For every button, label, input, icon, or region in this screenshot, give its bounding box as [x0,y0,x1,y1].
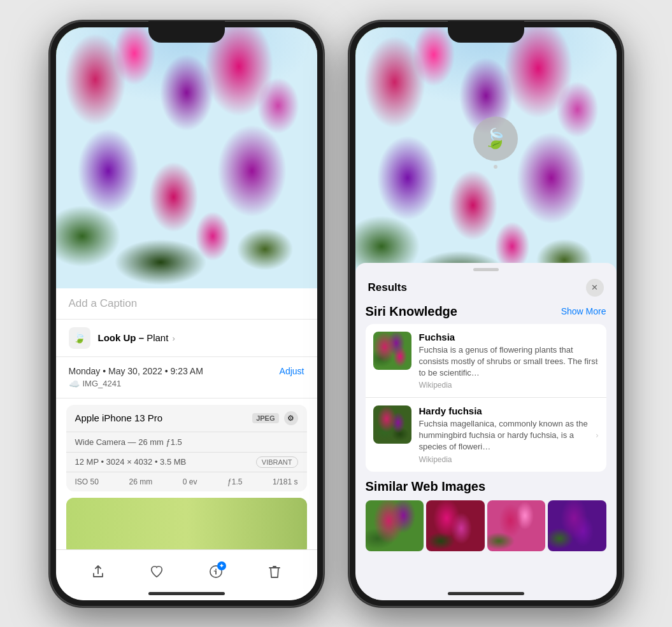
knowledge-item-hardy[interactable]: Hardy fuchsia Fuchsia magellanica, commo… [366,398,606,472]
results-title: Results [368,281,407,294]
lookup-chevron: › [173,334,175,343]
results-panel: Results ✕ Siri Knowledge Show More [355,263,617,600]
close-button[interactable]: ✕ [586,279,604,297]
share-button[interactable] [85,559,111,584]
siri-knowledge-section: Siri Knowledge Show More Fuchsia Fuchsia… [366,304,606,472]
iso-value: ISO 50 [75,477,99,486]
gear-icon: ⚙ [284,411,298,425]
exif-row: ISO 50 26 mm 0 ev ƒ1.5 1/181 s [66,472,307,491]
cloud-icon: ☁️ [69,379,80,389]
similar-img-3[interactable] [487,500,546,551]
hardy-name: Hardy fuchsia [419,405,599,416]
map-visual [66,498,307,555]
info-section: Monday • May 30, 2022 • 9:23 AM Adjust ☁… [56,357,317,398]
siri-overlay: 🍃 [473,116,518,161]
similar-img-1[interactable] [366,500,424,551]
flower-background-2 [355,27,617,301]
show-more-button[interactable]: Show More [561,306,606,316]
adjust-button[interactable]: Adjust [280,366,304,376]
hardy-source: Wikipedia [419,455,599,464]
camera-header: Apple iPhone 13 Pro JPEG ⚙ [66,405,307,432]
camera-name: Apple iPhone 13 Pro [75,412,163,423]
phone-2-screen: 🍃 Results ✕ Siri Knowledge [355,27,617,600]
similar-images-section: Similar Web Images [366,479,606,551]
leaf-icon: 🍃 [69,327,90,349]
filename: IMG_4241 [83,379,122,388]
flower-background-1 [56,27,317,288]
lookup-text: Look Up – Plant › [98,332,175,343]
photo-area-2: 🍃 [355,27,617,301]
hardy-desc: Fuchsia magellanica, commonly known as t… [419,418,599,453]
camera-badges: JPEG ⚙ [252,411,297,425]
shutter-value: 1/181 s [273,477,297,486]
lookup-row[interactable]: 🍃 Look Up – Plant › [56,320,317,357]
results-header: Results ✕ [355,271,617,304]
info-button[interactable]: ✦ [203,559,229,584]
siri-knowledge-header: Siri Knowledge Show More [366,304,606,319]
close-icon: ✕ [591,283,598,292]
hardy-thumb-image [373,405,411,444]
vibrant-badge: VIBRANT [256,456,298,468]
siri-dot [494,165,497,169]
similar-img-2[interactable] [426,500,485,551]
similar-images-grid [366,500,606,551]
map-area[interactable] [66,498,307,555]
heart-button[interactable] [144,559,169,584]
jpeg-badge: JPEG [252,413,278,423]
camera-specs: 12 MP • 3024 × 4032 • 3.5 MB [75,457,187,467]
ev-value: 0 ev [183,477,197,486]
focal-value: 26 mm [129,477,152,486]
leaf-symbol: 🍃 [73,332,86,344]
fuchsia-name: Fuchsia [419,332,599,342]
fuchsia-chevron: › [596,356,598,365]
caption-area[interactable]: Add a Caption [56,288,317,320]
specs-row: 12 MP • 3024 × 4032 • 3.5 MB VIBRANT [66,453,307,472]
hardy-thumbnail [373,405,411,444]
knowledge-card: Fuchsia Fuchsia is a genus of flowering … [366,324,606,472]
hardy-text: Hardy fuchsia Fuchsia magellanica, commo… [419,405,599,464]
caption-placeholder[interactable]: Add a Caption [69,297,138,309]
knowledge-item-fuchsia[interactable]: Fuchsia Fuchsia is a genus of flowering … [366,324,606,398]
wide-camera-detail: Wide Camera — 26 mm ƒ1.5 [66,432,307,453]
photo-date: Monday • May 30, 2022 • 9:23 AM [69,366,203,376]
phone-1-screen: Add a Caption 🍃 Look Up – Plant › Monday… [56,27,317,600]
trash-button[interactable] [262,559,287,584]
camera-section: Apple iPhone 13 Pro JPEG ⚙ Wide Camera —… [66,405,307,491]
fuchsia-source: Wikipedia [419,381,599,390]
info-badge: ✦ [217,561,226,570]
date-row: Monday • May 30, 2022 • 9:23 AM Adjust [69,366,304,376]
phone-2: 🍃 Results ✕ Siri Knowledge [349,21,623,607]
fuchsia-text: Fuchsia Fuchsia is a genus of flowering … [419,332,599,390]
home-indicator-1 [148,592,225,595]
aperture-value: ƒ1.5 [227,477,242,486]
siri-knowledge-title: Siri Knowledge [366,304,457,319]
similar-img-4[interactable] [548,500,606,551]
phone-1: Add a Caption 🍃 Look Up – Plant › Monday… [50,21,324,607]
photo-area-1 [56,27,317,288]
home-indicator-2 [448,592,524,595]
similar-images-title: Similar Web Images [366,479,606,494]
siri-circle: 🍃 [473,116,518,161]
fuchsia-thumb-image [373,332,411,370]
hardy-chevron: › [596,430,598,439]
fuchsia-desc: Fuchsia is a genus of flowering plants t… [419,344,599,379]
filename-row: ☁️ IMG_4241 [69,379,304,389]
fuchsia-thumbnail [373,332,411,370]
phones-container: Add a Caption 🍃 Look Up – Plant › Monday… [50,21,623,607]
siri-leaf-icon: 🍃 [483,127,507,150]
